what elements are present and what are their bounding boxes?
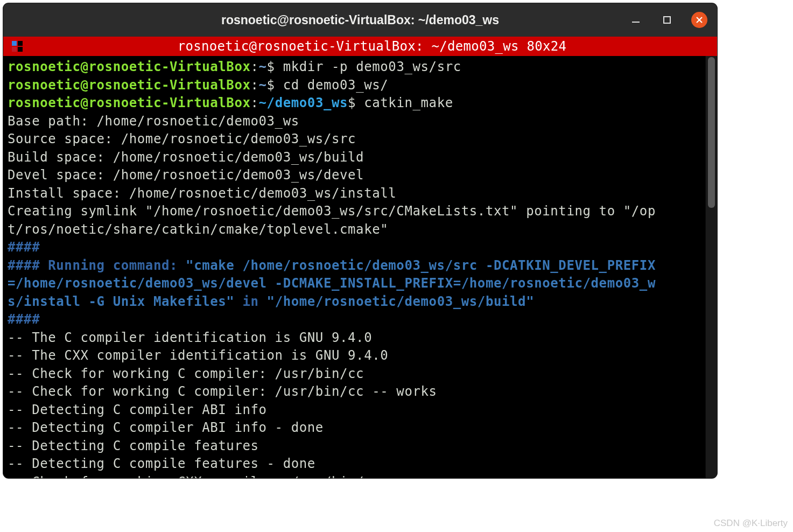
running-cmd: "/home/rosnoetic/demo03_ws/build" (267, 294, 535, 309)
command-cd: cd demo03_ws/ (283, 78, 389, 93)
output-line: Build space: /home/rosnoetic/demo03_ws/b… (8, 150, 364, 165)
scrollbar[interactable] (705, 56, 717, 478)
terminal-output[interactable]: rosnoetic@rosnoetic-VirtualBox:~$ mkdir … (3, 56, 705, 478)
svg-rect-6 (12, 47, 17, 52)
cmake-line: -- Detecting C compile features - done (8, 456, 315, 471)
svg-rect-7 (18, 47, 23, 52)
watermark: CSDN @K·Liberty (714, 518, 788, 529)
running-cmd: s/install -G Unix Makefiles" (8, 294, 234, 309)
output-line: Base path: /home/rosnoetic/demo03_ws (8, 114, 299, 129)
running-cmd: "cmake /home/rosnoetic/demo03_ws/src -DC… (186, 258, 656, 273)
output-line: Source space: /home/rosnoetic/demo03_ws/… (8, 131, 356, 146)
cmake-line: -- Detecting C compiler ABI info (8, 402, 267, 417)
close-button[interactable] (691, 12, 707, 28)
running-label: #### Running command: (8, 258, 186, 273)
output-line: Devel space: /home/rosnoetic/demo03_ws/d… (8, 167, 364, 183)
terminal-tabbar: rosnoetic@rosnoetic-VirtualBox: ~/demo03… (3, 37, 717, 56)
output-line: Creating symlink "/home/rosnoetic/demo03… (8, 204, 656, 219)
prompt-userhost: rosnoetic@rosnoetic-VirtualBox (8, 95, 250, 110)
prompt-cwd: ~ (259, 78, 267, 93)
window-title: rosnoetic@rosnoetic-VirtualBox: ~/demo03… (3, 13, 717, 27)
svg-rect-5 (18, 41, 23, 46)
cmake-line: -- Check for working C compiler: /usr/bi… (8, 366, 364, 381)
minimize-icon (631, 15, 641, 25)
cmake-line: -- Detecting C compiler ABI info - done (8, 420, 324, 435)
cmake-line: -- Check for working C compiler: /usr/bi… (8, 384, 437, 399)
cmake-line: -- Detecting C compile features (8, 438, 259, 453)
terminal-window: rosnoetic@rosnoetic-VirtualBox: ~/demo03… (3, 3, 717, 478)
maximize-button[interactable] (660, 13, 674, 27)
output-line: t/ros/noetic/share/catkin/cmake/toplevel… (8, 222, 388, 237)
scrollbar-thumb[interactable] (708, 57, 715, 208)
window-controls (629, 3, 707, 37)
running-cmd: =/home/rosnoetic/demo03_ws/devel -DCMAKE… (8, 276, 656, 291)
terminal-tab-title: rosnoetic@rosnoetic-VirtualBox: ~/demo03… (27, 39, 717, 54)
window-titlebar[interactable]: rosnoetic@rosnoetic-VirtualBox: ~/demo03… (3, 3, 717, 37)
svg-rect-1 (664, 17, 670, 23)
cmake-line: -- The C compiler identification is GNU … (8, 330, 372, 345)
output-line: Install space: /home/rosnoetic/demo03_ws… (8, 186, 396, 201)
prompt-userhost: rosnoetic@rosnoetic-VirtualBox (8, 78, 250, 93)
cmake-line: -- Check for working CXX compiler: /usr/… (8, 474, 388, 479)
command-catkin-make: catkin_make (364, 95, 453, 110)
prompt-cwd: ~ (259, 59, 267, 74)
cmake-line: -- The CXX compiler identification is GN… (8, 348, 388, 363)
close-icon (696, 16, 703, 24)
minimize-button[interactable] (629, 13, 643, 27)
prompt-userhost: rosnoetic@rosnoetic-VirtualBox (8, 59, 250, 74)
terminal-body-wrapper: rosnoetic@rosnoetic-VirtualBox:~$ mkdir … (3, 56, 717, 478)
prompt-cwd: ~/demo03_ws (259, 95, 348, 110)
maximize-icon (663, 16, 671, 24)
output-hash: #### (8, 312, 40, 327)
terminator-icon (8, 40, 27, 52)
svg-rect-4 (12, 41, 17, 46)
output-hash: #### (8, 240, 40, 255)
command-mkdir: mkdir -p demo03_ws/src (283, 59, 461, 74)
